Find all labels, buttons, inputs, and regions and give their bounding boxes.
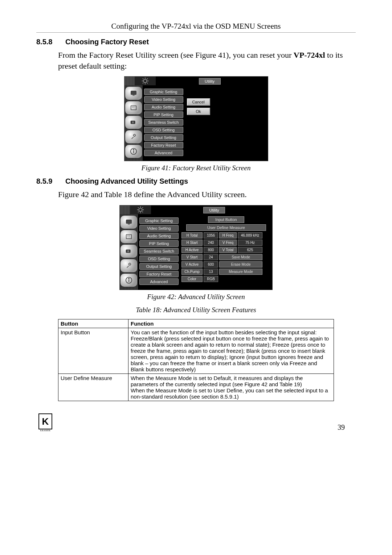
- svg-rect-3: [131, 106, 136, 110]
- page-header: Configuring the VP-724xl via the OSD MEN…: [36, 22, 356, 33]
- ok-button[interactable]: Ok: [187, 108, 210, 115]
- svg-rect-2: [132, 95, 135, 96]
- label-vtotal: V Total: [219, 247, 237, 253]
- menu-audio-setting[interactable]: Audio Setting: [144, 104, 183, 110]
- osd-right-panel: Cancel Ok: [185, 85, 268, 161]
- menu-output-setting[interactable]: Output Setting: [139, 263, 179, 270]
- menu-seamless-switch[interactable]: Seamless Switch: [139, 248, 179, 254]
- info-icon[interactable]: [125, 145, 142, 158]
- menu-output-setting[interactable]: Output Setting: [144, 134, 183, 141]
- caption-fig42: Figure 42: Advanced Utility Screen: [36, 293, 356, 301]
- svg-point-16: [129, 236, 130, 236]
- menu-pip-setting[interactable]: PIP Setting: [144, 111, 183, 118]
- svg-point-0: [143, 79, 147, 83]
- menu-graphic-setting[interactable]: Graphic Setting: [144, 89, 183, 95]
- paragraph-859: Figure 42 and Table 18 define the Advanc…: [36, 189, 356, 200]
- input-icon[interactable]: [121, 230, 137, 243]
- cancel-button[interactable]: Cancel: [187, 98, 210, 106]
- logo-subtext: KRAMER: [38, 429, 52, 432]
- value-hfreq: 46.889 kHz: [238, 232, 262, 238]
- menu-osd-setting[interactable]: OSD Setting: [144, 127, 183, 133]
- svg-point-21: [128, 278, 129, 279]
- page-number: 39: [338, 423, 345, 432]
- osd-menu-list: Graphic Setting Video Setting Audio Sett…: [138, 214, 180, 290]
- label-vactive: V Active: [181, 261, 203, 268]
- menu-pip-setting[interactable]: PIP Setting: [139, 240, 179, 247]
- menu-graphic-setting[interactable]: Graphic Setting: [139, 217, 179, 224]
- text-fragment: From the Factory Reset Utility screen (s…: [58, 50, 294, 60]
- value-chpump: 13: [204, 269, 218, 275]
- product-name: VP-724xl: [294, 50, 325, 60]
- svg-rect-12: [126, 220, 132, 224]
- user-define-measure-chip[interactable]: User Define Measure: [186, 224, 266, 231]
- table-cell-button: Input Button: [58, 328, 128, 374]
- brightness-icon: [130, 205, 151, 214]
- label-hstart: H Start: [181, 240, 203, 246]
- svg-rect-13: [128, 224, 130, 225]
- table-cell-button: User Define Measure: [58, 374, 128, 401]
- table-18: Button Function Input Button You can set…: [58, 319, 334, 401]
- save-mode-button[interactable]: Save Mode: [219, 254, 262, 260]
- value-hstart: 240: [204, 240, 218, 246]
- measure-mode-button[interactable]: Measure Mode: [219, 269, 262, 275]
- monitor-icon[interactable]: [125, 87, 142, 100]
- menu-advanced[interactable]: Advanced: [139, 278, 179, 285]
- label-hfreq: H Freq: [219, 232, 237, 238]
- brightness-icon: [135, 77, 156, 85]
- menu-seamless-switch[interactable]: Seamless Switch: [144, 119, 183, 126]
- value-htotal: 1056: [204, 232, 218, 238]
- menu-video-setting[interactable]: Video Setting: [144, 96, 183, 103]
- menu-audio-setting[interactable]: Audio Setting: [139, 233, 179, 239]
- section-859-title: 8.5.9Choosing Advanced Utility Settings: [36, 177, 356, 185]
- top-strip: [120, 205, 130, 214]
- osd-right-panel: Input Button User Define Measure H Total…: [180, 214, 272, 290]
- label-color: Color: [181, 276, 203, 282]
- value-vfreq: 75 Hz: [238, 240, 262, 246]
- section-heading: Choosing Advanced Utility Settings: [65, 177, 188, 185]
- measure-grid: H Total 1056 H Freq 46.889 kHz H Start 2…: [181, 232, 271, 282]
- caption-fig41: Figure 41: Factory Reset Utility Screen: [36, 164, 356, 172]
- menu-video-setting[interactable]: Video Setting: [139, 225, 179, 232]
- menu-osd-setting[interactable]: OSD Setting: [139, 256, 179, 262]
- tools-icon[interactable]: [121, 259, 137, 272]
- svg-point-4: [132, 107, 133, 108]
- label-hactive: H Active: [181, 247, 203, 253]
- input-button-chip[interactable]: Input Button: [208, 216, 244, 223]
- section-number: 8.5.8: [36, 38, 65, 46]
- table-cell-function: When the Measure Mode is set to Default,…: [128, 374, 334, 401]
- table-header-button: Button: [58, 319, 128, 328]
- svg-point-18: [127, 250, 129, 252]
- table-cell-function: You can set the function of the input bu…: [128, 328, 334, 374]
- section-heading: Choosing Factory Reset: [65, 38, 149, 46]
- label-htotal: H Total: [181, 232, 203, 238]
- svg-point-11: [139, 208, 142, 211]
- tools-icon[interactable]: [125, 130, 142, 143]
- label-vstart: V Start: [181, 254, 203, 260]
- section-number: 8.5.9: [36, 177, 65, 185]
- input-icon[interactable]: [125, 101, 142, 114]
- svg-point-15: [127, 236, 128, 236]
- monitor-icon[interactable]: [121, 216, 137, 229]
- value-vtotal: 625: [238, 247, 262, 253]
- logo-k-icon: K: [38, 413, 52, 429]
- value-vstart: 24: [204, 254, 218, 260]
- info-icon[interactable]: [121, 274, 137, 287]
- camera-icon[interactable]: [125, 116, 142, 129]
- osd-menu-list: Graphic Setting Video Setting Audio Sett…: [143, 85, 185, 161]
- value-vactive: 600: [204, 261, 218, 268]
- label-vfreq: V Freq: [219, 240, 237, 246]
- svg-rect-1: [131, 91, 136, 95]
- paragraph-858: From the Factory Reset Utility screen (s…: [36, 50, 356, 71]
- value-color: RGB: [204, 276, 218, 282]
- menu-factory-reset[interactable]: Factory Reset: [139, 271, 179, 277]
- menu-advanced[interactable]: Advanced: [144, 150, 183, 156]
- top-strip: [124, 77, 135, 85]
- table-row: Input Button You can set the function of…: [58, 328, 334, 374]
- camera-icon[interactable]: [121, 245, 137, 258]
- menu-factory-reset[interactable]: Factory Reset: [144, 142, 183, 148]
- erase-mode-button[interactable]: Erase Mode: [219, 261, 262, 268]
- svg-point-10: [133, 150, 134, 150]
- osd-title: Utility: [203, 207, 225, 213]
- caption-tab18: Table 18: Advanced Utility Screen Featur…: [36, 306, 356, 314]
- label-chpump: Ch.Pump: [181, 269, 203, 275]
